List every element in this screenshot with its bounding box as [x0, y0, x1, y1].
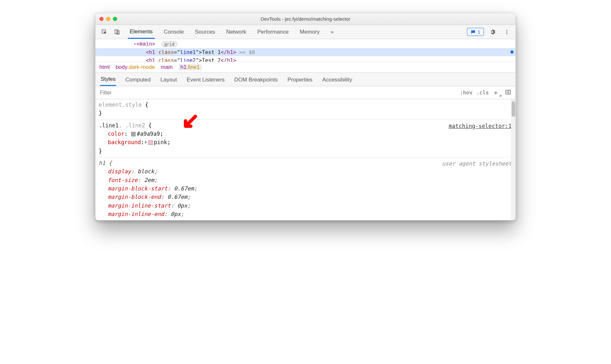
chat-icon [471, 29, 476, 35]
rule-source-link[interactable]: matching-selector:1 [449, 122, 512, 130]
issues-count: 1 [478, 29, 480, 35]
new-style-rule-icon[interactable]: ＋◢ [493, 88, 501, 97]
rule-h1-ua[interactable]: user agent stylesheet h1 { display: bloc… [95, 157, 516, 220]
color-swatch-icon[interactable] [148, 140, 153, 145]
dom-row-main[interactable]: ▾<main> grid [95, 40, 516, 48]
filter-bar: :hov .cls ＋◢ [95, 86, 516, 99]
panel-tabs: Elements Console Sources Network Perform… [128, 25, 465, 39]
rule-line1-line2[interactable]: matching-selector:1 .line1, .line2 { col… [95, 120, 516, 157]
declaration[interactable]: margin-block-start: 0.67em; [99, 184, 512, 193]
subtab-computed[interactable]: Computed [125, 73, 151, 86]
tab-memory[interactable]: Memory [298, 26, 321, 38]
grid-badge[interactable]: grid [161, 41, 177, 47]
styles-pane: element.style { } matching-selector:1 .l… [95, 99, 516, 220]
scrollbar-thumb[interactable] [512, 101, 515, 117]
inspect-icon[interactable] [99, 27, 110, 37]
declaration-background[interactable]: background:pink; [99, 138, 512, 146]
toggle-sidebar-icon[interactable] [505, 89, 511, 97]
svg-point-4 [506, 31, 507, 32]
tab-network[interactable]: Network [224, 26, 248, 38]
subtab-properties[interactable]: Properties [287, 73, 313, 86]
declaration-color[interactable]: color: #a9a9a9; [99, 130, 512, 138]
tab-elements[interactable]: Elements [128, 25, 155, 39]
styles-subtabs: Styles Computed Layout Event Listeners D… [95, 73, 516, 86]
tab-performance[interactable]: Performance [255, 26, 291, 38]
color-swatch-icon[interactable] [131, 132, 136, 136]
subtab-styles[interactable]: Styles [100, 73, 116, 86]
svg-rect-1 [115, 30, 118, 34]
declaration[interactable]: display: block; [99, 167, 512, 176]
crumb-body[interactable]: body.dark-mode [116, 64, 155, 70]
rule-source-ua: user agent stylesheet [442, 159, 512, 168]
devtools-window: DevTools - jec.fyi/demo/matching-selecto… [95, 13, 516, 220]
dom-tree[interactable]: ⋯ ▾<main> grid <h1 class="line1">Test 1<… [95, 39, 516, 62]
more-icon[interactable] [501, 27, 512, 37]
tab-console[interactable]: Console [162, 26, 186, 38]
settings-icon[interactable] [487, 27, 498, 37]
filter-input[interactable] [95, 90, 455, 96]
subtab-dom-breakpoints[interactable]: DOM Breakpoints [234, 73, 278, 86]
issues-button[interactable]: 1 [467, 28, 484, 36]
expand-icon[interactable] [145, 141, 147, 144]
scrollbar[interactable] [511, 99, 516, 220]
declaration[interactable]: margin-block-end: 0.67em; [99, 193, 512, 201]
window-title: DevTools - jec.fyi/demo/matching-selecto… [95, 16, 516, 22]
tab-sources[interactable]: Sources [193, 26, 217, 38]
subtab-event-listeners[interactable]: Event Listeners [186, 73, 225, 86]
main-toolbar: Elements Console Sources Network Perform… [95, 25, 516, 39]
breadcrumbs: html body.dark-mode main h1.line1 [95, 62, 516, 73]
crumb-main[interactable]: main [161, 64, 173, 70]
subtab-accessibility[interactable]: Accessibility [322, 73, 353, 86]
crumb-h1[interactable]: h1.line1 [179, 64, 202, 70]
dom-row-next[interactable]: <h1 class="line2">Test 2</h1> [95, 56, 516, 62]
hov-toggle[interactable]: :hov [460, 90, 472, 96]
tabs-overflow[interactable]: » [329, 26, 336, 38]
dom-row-selected[interactable]: <h1 class="line1">Test 1</h1> == $0 [95, 48, 516, 57]
svg-point-3 [506, 30, 507, 31]
device-toggle-icon[interactable] [112, 27, 123, 37]
declaration[interactable]: font-size: 2em; [99, 176, 512, 184]
annotation-arrow-icon [180, 114, 198, 134]
subtab-layout[interactable]: Layout [160, 73, 178, 86]
titlebar: DevTools - jec.fyi/demo/matching-selecto… [95, 13, 516, 25]
cls-toggle[interactable]: .cls [476, 90, 489, 96]
declaration[interactable]: margin-inline-start: 0px; [99, 201, 512, 210]
rule-element-style[interactable]: element.style { } [95, 99, 516, 120]
svg-point-5 [506, 33, 507, 34]
declaration[interactable]: margin-inline-end: 0px; [99, 210, 512, 218]
crumb-html[interactable]: html [99, 64, 110, 70]
